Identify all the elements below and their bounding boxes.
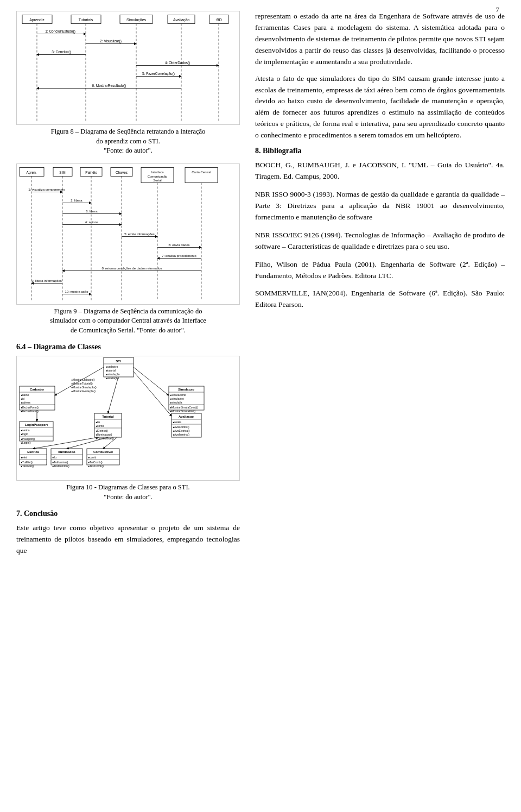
svg-text:●simulaelet: ●simulaelet [170, 397, 184, 400]
page-number: 7 [496, 5, 500, 14]
svg-text:Avaliação: Avaliação [173, 18, 189, 22]
two-column-layout: Aprendiz Tutoriais Simulações Avaliação … [0, 11, 521, 562]
svg-text:●tutorial: ●tutorial [106, 369, 116, 372]
svg-text:Comunicação: Comunicação [148, 174, 168, 178]
svg-text:●adress: ●adress [21, 401, 31, 404]
right-paragraph-2: Atesta o fato de que simuladores do tipo… [255, 73, 505, 142]
figure-9-caption: Figura 9 – Diagrama de Seqüência da comu… [16, 307, 240, 336]
svg-text:STI: STI [116, 360, 121, 363]
svg-text:●avalia: ●avalia [173, 420, 181, 424]
svg-text:●ilu: ●ilu [52, 456, 56, 459]
svg-text:Tutorial: Tutorial [102, 415, 114, 418]
svg-text:Simulacao: Simulacao [178, 388, 194, 391]
svg-text:●TestComb(): ●TestComb() [88, 464, 104, 468]
ref-5: SOMMERVILLE, IAN(2004). Engenharia de So… [255, 288, 505, 311]
svg-text:●simulaila: ●simulaila [170, 401, 182, 404]
svg-text:●ilu: ●ilu [96, 420, 100, 424]
svg-text:●senha: ●senha [21, 429, 30, 432]
svg-text:●Login(): ●Login() [21, 441, 31, 444]
figure-9-block: Apren. SIM Painéis Chaves Interface Comu… [16, 163, 240, 336]
svg-line-98 [134, 367, 169, 395]
ref-3: NBR ISSO/IEC 9126 (1994). Tecnologias de… [255, 230, 505, 253]
svg-text:7: analisa procedimento: 7: analisa procedimento [162, 254, 196, 257]
svg-text:6: MostrarResultado(): 6: MostrarResultado() [92, 84, 126, 88]
svg-text:●simulacemb: ●simulacemb [170, 393, 186, 396]
figure-8-caption: Figura 8 – Diagrama de Seqüência retrata… [16, 127, 240, 156]
figure-10-caption: Figura 10 - Diagramas de Classes para o … [16, 483, 240, 502]
svg-text:●AvaCombc(): ●AvaCombc() [173, 425, 189, 429]
section-7-title: 7. Conclusão [16, 509, 240, 518]
right-column: representam o estado da arte na área da … [250, 11, 505, 562]
svg-text:Apren.: Apren. [26, 170, 36, 174]
svg-text:●id: ●id [21, 397, 24, 400]
svg-text:4: aciona: 4: aciona [85, 220, 99, 223]
svg-text:2: libera: 2: libera [71, 198, 82, 202]
svg-text:●name: ●name [21, 393, 29, 396]
svg-line-117 [134, 372, 171, 416]
svg-text:1: visualiza componentes: 1: visualiza componentes [28, 187, 65, 191]
svg-text:●simulação: ●simulação [106, 373, 120, 376]
figure-10-block: STI ●cadastro ●tutorial ●simulação ●aval… [16, 356, 240, 502]
svg-text:●MostrarSimulaComb(): ●MostrarSimulaComb() [170, 406, 198, 409]
svg-text:Carta Central: Carta Central [192, 170, 211, 173]
svg-text:2: Visualizar(): 2: Visualizar() [100, 39, 122, 43]
svg-text:●Passport(): ●Passport() [21, 437, 35, 440]
svg-text:Cadastro: Cadastro [30, 388, 44, 391]
svg-text:Serial: Serial [153, 178, 161, 181]
figure-8-image: Aprendiz Tutoriais Simulações Avaliação … [16, 11, 240, 125]
svg-text:●TestIlumina(): ●TestIlumina() [52, 464, 69, 468]
svg-text:●TutComb(): ●TutComb() [88, 461, 103, 464]
svg-text:8: retorna condições de dados : 8: retorna condições de dados retornados [101, 266, 162, 269]
svg-text:●MostrarCadastro(): ●MostrarCadastro() [71, 378, 95, 381]
svg-text:●TutElet(): ●TutElet() [21, 461, 33, 464]
svg-text:Tutoriais: Tutoriais [79, 18, 93, 22]
svg-text:●AvaIlumina(): ●AvaIlumina() [173, 433, 189, 436]
svg-text:●MostrarAvaliação(): ●MostrarAvaliação() [71, 389, 96, 393]
svg-text:Avaliacao: Avaliacao [179, 415, 194, 418]
svg-text:Combustivel: Combustivel [93, 450, 113, 454]
svg-text:●elet: ●elet [21, 456, 27, 459]
svg-text:Eletrica: Eletrica [27, 450, 39, 454]
figure-8-block: Aprendiz Tutoriais Simulações Avaliação … [16, 11, 240, 156]
svg-text:LoginPassport: LoginPassport [25, 423, 48, 426]
svg-text:Simulações: Simulações [126, 18, 147, 22]
svg-text:10: mostra ação: 10: mostra ação [65, 289, 88, 293]
svg-text:3: libera: 3: libera [86, 209, 98, 212]
svg-text:6: envia dados: 6: envia dados [168, 243, 189, 246]
svg-text:3: libera informações: 3: libera informações [31, 279, 62, 282]
svg-text:●MostrarSimulação(): ●MostrarSimulação() [71, 386, 97, 389]
svg-text:3: Concluir(): 3: Concluir() [52, 50, 71, 54]
svg-text:Chaves: Chaves [116, 170, 128, 174]
svg-text:5: FazerCorrelação(): 5: FazerCorrelação() [142, 72, 175, 76]
left-column: Aprendiz Tutoriais Simulações Avaliação … [16, 11, 250, 562]
ref-1: BOOCH, G., RUMBAUGH, J. e JACOBSON, I. "… [255, 160, 505, 182]
svg-text:●MostrarSimulaElet(): ●MostrarSimulaElet() [170, 410, 196, 413]
figure-9-image: Apren. SIM Painéis Chaves Interface Comu… [16, 163, 240, 305]
ref-2: NBR ISSO 9000-3 (1993). Normas de gestão… [255, 189, 505, 223]
page: 7 Aprendiz Tutoriais Simulações Avali [0, 0, 521, 812]
svg-text:●AvaEletrica(): ●AvaEletrica() [173, 429, 190, 432]
svg-text:●Eletrica(): ●Eletrica() [96, 429, 108, 432]
svg-text:4: ObterDados(): 4: ObterDados() [165, 61, 190, 65]
svg-text:Interface: Interface [151, 170, 164, 173]
figure-10-image: STI ●cadastro ●tutorial ●simulação ●aval… [16, 356, 240, 481]
svg-text:●TestElet(): ●TestElet() [21, 464, 34, 468]
svg-text:●comb: ●comb [88, 456, 96, 459]
svg-text:5: emite informações: 5: emite informações [124, 232, 155, 235]
svg-text:Aprendiz: Aprendiz [29, 18, 45, 22]
svg-text:●MostrarTutorial(): ●MostrarTutorial() [71, 382, 93, 385]
svg-text:●avaliação: ●avaliação [106, 376, 119, 380]
svg-text:●TutIlumina(): ●TutIlumina() [52, 461, 68, 464]
svg-text:●comb: ●comb [96, 424, 104, 427]
svg-text:Iluminacao: Iluminacao [58, 450, 75, 454]
svg-text:1: ConcluirEstudo(): 1: ConcluirEstudo() [45, 29, 75, 34]
svg-text::BD: :BD [215, 18, 222, 22]
ref-4: Filho, Wilson de Pádua Paula (2001). Eng… [255, 259, 505, 282]
svg-text:●Iluminacao(): ●Iluminacao() [96, 433, 112, 436]
svg-text:●ExcluirForm(): ●ExcluirForm() [21, 406, 39, 409]
svg-text:●login: ●login [21, 432, 28, 436]
svg-text:●ExcluirForm(): ●ExcluirForm() [21, 410, 39, 413]
section-64-title: 6.4 – Diagrama de Classes [16, 343, 240, 351]
right-paragraph-1: representam o estado da arte na área da … [255, 11, 505, 68]
svg-text:●cadastro: ●cadastro [106, 365, 118, 368]
